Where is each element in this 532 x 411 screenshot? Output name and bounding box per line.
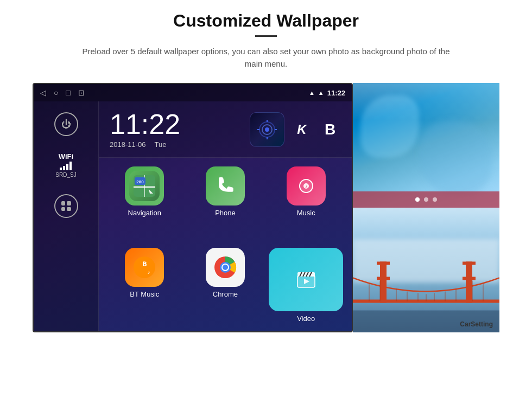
- title-divider: [255, 35, 277, 37]
- status-bar-left: ◁ ○ □ ⊡: [40, 88, 85, 97]
- android-screen: ◁ ○ □ ⊡ ▲ ▲ 11:22 ⏻: [33, 83, 353, 332]
- phone-label: Phone: [215, 209, 236, 217]
- grid-dot-1: [61, 201, 66, 206]
- page-container: Customized Wallpaper Preload over 5 defa…: [0, 0, 532, 411]
- app-item-chrome[interactable]: Chrome: [188, 248, 263, 323]
- grid-dot-3: [61, 207, 66, 211]
- back-icon[interactable]: ◁: [40, 88, 46, 97]
- thumb-dot-2[interactable]: [424, 197, 428, 202]
- music-icon-svg: ♪: [295, 175, 317, 197]
- video-icon-svg: [294, 268, 318, 292]
- music-label: Music: [297, 209, 315, 217]
- chrome-label: Chrome: [213, 290, 238, 298]
- app-item-phone[interactable]: Phone: [188, 166, 263, 241]
- wallpaper-selector-overlay: [353, 191, 499, 208]
- signal-widget-icon: [257, 120, 277, 139]
- wifi-bars: [60, 162, 72, 170]
- clock-day-value: Tue: [155, 140, 167, 149]
- power-icon: ⏻: [61, 119, 71, 130]
- bridge-svg: [353, 245, 499, 332]
- navigation-icon-svg: 280: [129, 171, 160, 201]
- wifi-label: WiFi: [59, 152, 73, 160]
- video-app-icon: [269, 248, 343, 311]
- svg-rect-33: [380, 262, 387, 303]
- navigation-label: Navigation: [128, 209, 161, 217]
- wifi-bar-2: [63, 166, 65, 170]
- app-item-btmusic[interactable]: ʙ ♪ BT Music: [107, 248, 182, 323]
- ice-cave-blob-2: [419, 120, 492, 195]
- grid-dot-2: [67, 201, 71, 206]
- android-center: 11:22 2018-11-06 Tue: [99, 101, 352, 331]
- page-title: Customized Wallpaper: [173, 11, 359, 31]
- wallpaper-thumb-1[interactable]: [353, 83, 499, 208]
- wifi-bar-3: [66, 164, 68, 170]
- android-sidebar: ⏻ WiFi SRD_SJ: [34, 101, 99, 331]
- svg-rect-35: [377, 277, 390, 280]
- wifi-network-name: SRD_SJ: [55, 172, 76, 178]
- clock-section: 11:22 2018-11-06 Tue: [110, 110, 180, 149]
- power-button[interactable]: ⏻: [54, 112, 78, 136]
- ice-cave-highlight: [353, 83, 499, 120]
- svg-text:ʙ: ʙ: [142, 259, 147, 268]
- page-description: Preload over 5 default wallpaper options…: [76, 46, 456, 70]
- video-label: Video: [297, 314, 315, 323]
- clock-time: 11:22: [110, 110, 180, 138]
- location-status-icon: ▲: [309, 89, 315, 96]
- thumb-dot-3[interactable]: [433, 197, 437, 202]
- signal-widget[interactable]: [250, 112, 284, 147]
- svg-rect-37: [463, 262, 476, 265]
- clock-date-value: 2018-11-06: [110, 140, 146, 149]
- ice-cave-bg: [353, 83, 499, 208]
- widget-icons: K B: [250, 112, 341, 147]
- app-item-navigation[interactable]: 280 Navigation: [107, 166, 182, 241]
- svg-rect-36: [466, 262, 472, 303]
- svg-text:♪: ♪: [148, 269, 150, 275]
- kl-text: K: [297, 122, 306, 137]
- svg-point-2: [265, 127, 269, 132]
- wallpaper-thumbnails: CarSetting: [353, 83, 499, 332]
- kl-widget[interactable]: K: [291, 119, 313, 140]
- svg-rect-38: [463, 277, 476, 280]
- chrome-icon-svg: [212, 254, 239, 281]
- app-item-video[interactable]: Video: [269, 248, 343, 323]
- carsetting-label: CarSetting: [460, 320, 493, 328]
- btmusic-icon-svg: ʙ ♪: [132, 255, 156, 279]
- grid-dot-4: [67, 207, 71, 211]
- svg-rect-34: [377, 262, 390, 265]
- status-bar-right: ▲ ▲ 11:22: [309, 89, 345, 97]
- wifi-status-icon: ▲: [318, 89, 324, 96]
- home-icon[interactable]: ○: [54, 88, 58, 97]
- android-main: ⏻ WiFi SRD_SJ: [34, 101, 352, 331]
- wifi-bar-4: [69, 162, 72, 170]
- content-area: ◁ ○ □ ⊡ ▲ ▲ 11:22 ⏻: [33, 83, 499, 332]
- screenshot-icon[interactable]: ⊡: [78, 88, 85, 97]
- btmusic-label: BT Music: [130, 290, 159, 298]
- recents-icon[interactable]: □: [66, 88, 70, 97]
- b-text: B: [325, 121, 335, 138]
- app-item-music[interactable]: ♪ Music: [269, 166, 343, 241]
- btmusic-app-icon: ʙ ♪: [125, 248, 164, 287]
- wallpaper-thumb-2[interactable]: CarSetting: [353, 208, 499, 332]
- phone-icon-svg: [214, 175, 236, 197]
- navigation-app-icon: 280: [125, 166, 164, 206]
- svg-point-23: [223, 265, 228, 270]
- apps-grid-icon: [61, 201, 71, 211]
- svg-text:♪: ♪: [305, 184, 307, 189]
- music-app-icon: ♪: [287, 166, 326, 206]
- thumb-dot-1[interactable]: [415, 197, 420, 202]
- chrome-app-icon: [206, 248, 245, 287]
- apps-grid: 280 Navigation: [99, 158, 352, 331]
- svg-text:280: 280: [137, 179, 144, 184]
- status-bar: ◁ ○ □ ⊡ ▲ ▲ 11:22: [34, 84, 352, 101]
- status-time: 11:22: [327, 89, 345, 97]
- clock-date: 2018-11-06 Tue: [110, 140, 180, 149]
- golden-gate-bg: CarSetting: [353, 208, 499, 332]
- b-widget[interactable]: B: [319, 119, 341, 140]
- phone-app-icon: [206, 166, 245, 206]
- wifi-bar-1: [60, 168, 62, 170]
- apps-grid-button[interactable]: [54, 194, 78, 218]
- clock-area: 11:22 2018-11-06 Tue: [99, 101, 352, 158]
- wifi-info: WiFi SRD_SJ: [55, 152, 76, 178]
